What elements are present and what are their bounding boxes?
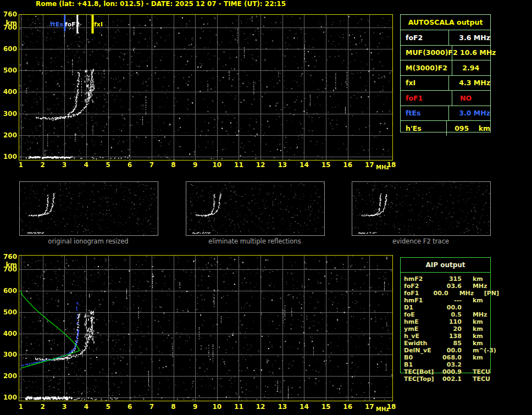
x-tick-9: 9: [190, 162, 200, 169]
y-tick-760: 760: [0, 11, 17, 18]
aip-param: hmF1: [400, 297, 438, 304]
autoscala-value: NO: [452, 94, 490, 102]
aip-unit: [462, 361, 499, 368]
aip-param: ymE: [400, 325, 438, 333]
autoscala-param: h'Es: [401, 121, 447, 136]
autoscala-row-foF1: foF1NO: [401, 91, 490, 106]
x-tick-10: 10: [212, 162, 222, 169]
autoscala-param: foF1: [401, 91, 452, 106]
thumbnail-caption-3: evidence F2 trace: [352, 238, 490, 245]
aip-row-B1: B103.2: [400, 361, 499, 368]
aip-value: 315: [438, 275, 462, 283]
aip-unit: km: [462, 325, 499, 333]
aip-value: 068.0: [438, 354, 462, 361]
autoscala-value: 095 km: [447, 124, 490, 132]
aip-param: foF2: [400, 283, 438, 290]
thumbnail-caption-1: original ionogram resized: [19, 238, 157, 245]
aip-value: 110: [438, 318, 462, 325]
aip-param: DelN_vE: [400, 347, 438, 354]
thumbnail-1: [19, 181, 158, 236]
x-tick-16: 16: [343, 403, 353, 411]
x-tick-17: 17: [364, 162, 374, 169]
aip-row-foF2: foF203.6MHz: [400, 283, 499, 290]
autoscala-value: 3.6 MHz: [449, 34, 490, 42]
x-tick-14: 14: [299, 403, 309, 411]
aip-param: B0: [400, 354, 438, 361]
bottom-ionogram-canvas: [19, 256, 392, 401]
aip-param: D1: [400, 304, 438, 311]
autoscala-param: foF2: [401, 30, 449, 45]
aip-value: ---: [438, 297, 462, 304]
x-tick-14: 14: [299, 162, 309, 169]
aip-value: 03.6: [438, 283, 462, 290]
autoscala-value: 2.94: [452, 64, 490, 72]
x-tick-12: 12: [256, 403, 265, 411]
x-tick-4: 4: [81, 162, 91, 169]
aip-row-hmF1: hmF1---km: [400, 297, 499, 304]
x-axis-unit-mhz: MHz: [376, 406, 389, 412]
y-tick-760: 760: [0, 253, 17, 260]
y-tick-300: 300: [0, 351, 17, 358]
autoscala-row-h'Es: h'Es095 km: [401, 121, 490, 136]
aip-param: hmF2: [400, 275, 438, 283]
y-tick-400: 400: [0, 330, 17, 337]
autoscala-row-foF2: foF2 3.6 MHz: [401, 30, 490, 46]
autoscala-value: 3.0 MHz: [449, 109, 490, 117]
x-tick-10: 10: [212, 403, 222, 411]
autoscala-param: MUF(3000)F2: [401, 46, 452, 60]
x-tick-7: 7: [147, 403, 157, 411]
aip-extra: [PN]: [480, 290, 499, 297]
aip-value: 00.0: [438, 304, 462, 311]
page-title: Rome (lat: +41.8, lon: 012.5) - DATE: 20…: [0, 0, 322, 8]
x-tick-11: 11: [234, 162, 243, 169]
bottom-ionogram-plot: [19, 255, 393, 401]
marker-label-fxI: fxI: [94, 21, 116, 28]
thumbnail-caption-2: eliminate multiple reflections: [186, 238, 324, 245]
aip-unit: MHz: [462, 283, 499, 290]
aip-value: 20: [438, 325, 462, 333]
aip-param: B1: [400, 361, 438, 368]
x-tick-11: 11: [234, 403, 243, 411]
aip-row-ymE: ymE20km: [400, 325, 499, 333]
x-tick-3: 3: [59, 403, 69, 411]
marker-label-ftEs: ftEs: [44, 21, 63, 28]
aip-unit: km: [462, 354, 499, 361]
aip-row-B0: B0068.0km: [400, 354, 499, 361]
aip-row-h_vE: h_vE138km: [400, 333, 499, 340]
autoscala-table-title: AUTOSCALA output: [401, 15, 490, 30]
x-tick-8: 8: [169, 403, 179, 411]
y-tick-300: 300: [0, 110, 17, 117]
thumbnail-3: [352, 181, 491, 236]
autoscala-value: 10.6 MHz: [452, 48, 496, 57]
aip-row-TEC[Bot]: TEC[Bot]000.9TECU: [400, 368, 499, 375]
x-tick-16: 16: [343, 162, 353, 169]
x-tick-1: 1: [16, 403, 26, 411]
aip-param: hmE: [400, 318, 438, 325]
aip-value: 00.0: [438, 347, 462, 354]
x-tick-15: 15: [321, 162, 331, 169]
aip-unit: km: [462, 340, 499, 347]
autoscala-param: ftEs: [401, 106, 449, 121]
x-tick-13: 13: [278, 162, 287, 169]
aip-row-foE: foE0.5MHz: [400, 311, 499, 318]
aip-unit: MHz: [448, 290, 480, 297]
autoscala-param: fxI: [401, 76, 449, 91]
aip-param: Ewidth: [400, 340, 438, 347]
x-tick-3: 3: [59, 162, 69, 169]
thumbnail-canvas-1: [20, 182, 158, 235]
aip-value: 002.1: [438, 375, 462, 383]
autoscala-row-M(3000)F2: M(3000)F2 2.94: [401, 60, 490, 76]
x-tick-2: 2: [38, 403, 48, 411]
aip-row-D1: D100.0: [400, 304, 499, 311]
x-tick-9: 9: [190, 403, 200, 411]
x-tick-8: 8: [169, 162, 179, 169]
y-tick-500: 500: [0, 309, 17, 316]
y-tick-100: 100: [0, 394, 17, 401]
x-tick-15: 15: [321, 403, 331, 411]
aip-row-DelN_vE: DelN_vE00.0m^(-3): [400, 347, 499, 354]
autoscala-row-fxI: fxI 4.3 MHz: [401, 76, 490, 91]
thumbnail-canvas-3: [352, 182, 490, 235]
autoscala-table: AUTOSCALA output foF2 3.6 MHzMUF(3000)F2…: [400, 14, 491, 132]
x-tick-5: 5: [103, 403, 113, 411]
aip-unit: [462, 304, 499, 311]
